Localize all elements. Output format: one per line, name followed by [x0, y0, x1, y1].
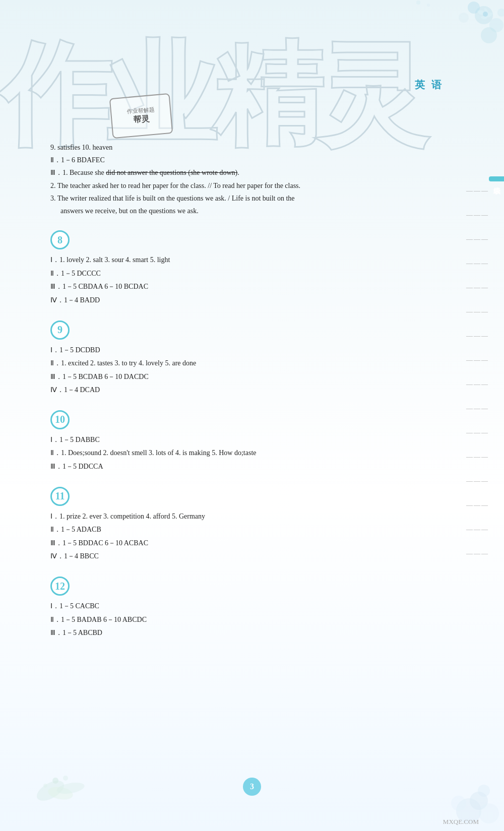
dash-15: ——— — [466, 525, 489, 533]
section-11-badge: 11 — [50, 487, 70, 506]
main-content: 9. satisfies 10. heaven Ⅱ．1－6 BDAFEC Ⅲ．1… — [50, 141, 444, 649]
svg-point-23 — [478, 785, 490, 797]
right-decoration-bar: 续表 — [489, 176, 504, 181]
floral-decoration-bottom-left — [30, 755, 111, 806]
svg-point-16 — [52, 778, 58, 784]
line3-strikethrough: did not answer the questions (she wrote … — [106, 169, 237, 176]
dashes-column: ——— ——— ——— ——— ——— ——— ——— ——— ——— ——— … — [466, 186, 489, 557]
section-12-row3: Ⅲ．1－5 ABCBD — [50, 626, 444, 640]
section-12-row1: Ⅰ．1－5 CACBC — [50, 600, 444, 613]
section-8-row4: Ⅳ．1－4 BADD — [50, 294, 444, 307]
section-9-row4: Ⅳ．1－4 DCAD — [50, 383, 444, 397]
section-8-row3: Ⅲ．1－5 CBDAA 6－10 BCDAC — [50, 280, 444, 294]
section-8-badge: 8 — [50, 230, 70, 249]
section-11-row1: Ⅰ．1. prize 2. ever 3. competition 4. aff… — [50, 510, 444, 524]
section-9-row3: Ⅲ．1－5 BCDAB 6－10 DACDC — [50, 370, 444, 384]
section-11-row3: Ⅲ．1－5 BDDAC 6－10 ACBAC — [50, 537, 444, 550]
section-11-row4: Ⅳ．1－4 BBCC — [50, 550, 444, 563]
section-9-badge: 9 — [50, 321, 70, 340]
dash-16: ——— — [466, 549, 489, 557]
dash-7: ——— — [466, 332, 489, 340]
dash-9: ——— — [466, 380, 489, 388]
top-line3: Ⅲ．1. Because she did not answer the ques… — [50, 166, 444, 179]
svg-point-5 — [497, 9, 504, 17]
svg-point-3 — [459, 13, 469, 23]
svg-point-4 — [481, 27, 497, 43]
section-12-block: 12 Ⅰ．1－5 CACBC Ⅱ．1－5 BADAB 6－10 ABCDC Ⅲ．… — [50, 572, 444, 640]
svg-point-18 — [43, 784, 47, 788]
page-number-badge: 3 — [243, 778, 261, 796]
svg-point-22 — [451, 796, 466, 811]
dash-8: ——— — [466, 356, 489, 364]
top-line5: 3. The writer realized that life is buil… — [50, 192, 444, 205]
dash-1: ——— — [466, 186, 489, 195]
dash-13: ——— — [466, 477, 489, 485]
top-line1: 9. satisfies 10. heaven — [50, 141, 444, 154]
floral-decoration-bottom-right — [378, 771, 504, 831]
section-10-row1: Ⅰ．1－5 DABBC — [50, 433, 444, 447]
section-8-row2: Ⅱ．1－5 DCCCC — [50, 267, 444, 281]
section-9-row2: Ⅱ．1. excited 2. tastes 3. to try 4. love… — [50, 357, 444, 370]
dash-5: ——— — [466, 283, 489, 291]
section-9-block: 9 Ⅰ．1－5 DCDBD Ⅱ．1. excited 2. tastes 3. … — [50, 316, 444, 397]
section-11-block: 11 Ⅰ．1. prize 2. ever 3. competition 4. … — [50, 483, 444, 563]
dash-12: ——— — [466, 453, 489, 461]
section-10-row3: Ⅲ．1－5 DDCCA — [50, 460, 444, 474]
svg-point-12 — [427, 4, 430, 7]
top-section: 9. satisfies 10. heaven Ⅱ．1－6 BDAFEC Ⅲ．1… — [50, 141, 444, 217]
dash-3: ——— — [466, 235, 489, 243]
dash-14: ——— — [466, 501, 489, 509]
top-line5b: answers we receive, but on the questions… — [50, 205, 444, 217]
line3-prefix: Ⅲ．1. Because she — [50, 169, 106, 176]
dash-4: ——— — [466, 259, 489, 267]
dash-11: ——— — [466, 428, 489, 436]
svg-point-17 — [63, 776, 68, 781]
section-10-block: 10 Ⅰ．1－5 DABBC Ⅱ．1. Does;sound 2. doesn'… — [50, 406, 444, 474]
section-10-row2: Ⅱ．1. Does;sound 2. doesn't smell 3. lots… — [50, 446, 444, 460]
floral-decoration-top — [403, 0, 504, 81]
section-9-row1: Ⅰ．1－5 DCDBD — [50, 344, 444, 357]
english-subject-label: 英 语 — [415, 78, 444, 92]
bottom-logo-text: MXQE.COM — [443, 818, 479, 826]
section-8-block: 8 Ⅰ．1. lovely 2. salt 3. sour 4. smart 5… — [50, 226, 444, 307]
section-10-badge: 10 — [50, 410, 70, 429]
svg-point-21 — [479, 803, 499, 823]
svg-point-10 — [483, 12, 488, 17]
section-11-row2: Ⅱ．1－5 ADACB — [50, 523, 444, 537]
top-line2: Ⅱ．1－6 BDAFEC — [50, 154, 444, 166]
line3-suffix: . — [237, 169, 239, 176]
top-line4: 2. The teacher asked her to read her pap… — [50, 179, 444, 192]
dash-6: ——— — [466, 307, 489, 315]
svg-point-11 — [416, 1, 420, 5]
section-12-row2: Ⅱ．1－5 BADAB 6－10 ABCDC — [50, 613, 444, 627]
section-8-row1: Ⅰ．1. lovely 2. salt 3. sour 4. smart 5. … — [50, 253, 444, 267]
dash-2: ——— — [466, 211, 489, 219]
section-12-badge: 12 — [50, 577, 70, 596]
dash-10: ——— — [466, 404, 489, 412]
